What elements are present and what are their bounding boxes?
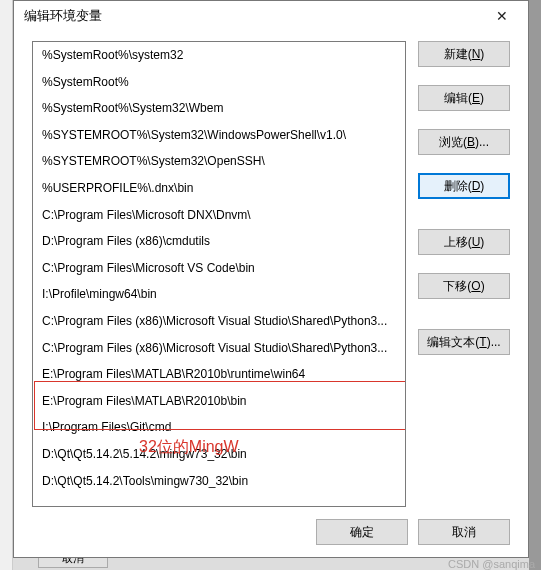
cancel-button[interactable]: 取消	[418, 519, 510, 545]
btn-key: U	[472, 235, 481, 249]
btn-label: 上移(	[444, 234, 472, 251]
list-item[interactable]: %USERPROFILE%\.dnx\bin	[33, 175, 405, 202]
ok-button[interactable]: 确定	[316, 519, 408, 545]
btn-label: 浏览(	[439, 134, 467, 151]
dialog-content: %SystemRoot%\system32 %SystemRoot% %Syst…	[14, 31, 528, 557]
btn-suffix: )	[480, 91, 484, 105]
edit-text-button[interactable]: 编辑文本(T)...	[418, 329, 510, 355]
list-item[interactable]: C:\Program Files\Microsoft VS Code\bin	[33, 255, 405, 282]
new-button[interactable]: 新建(N)	[418, 41, 510, 67]
btn-key: D	[472, 179, 481, 193]
btn-label: 新建(	[444, 46, 472, 63]
delete-button[interactable]: 删除(D)	[418, 173, 510, 199]
close-icon[interactable]: ✕	[482, 3, 522, 29]
list-item[interactable]: I:\Profile\mingw64\bin	[33, 281, 405, 308]
list-item[interactable]: E:\Program Files\MATLAB\R2010b\bin	[33, 388, 405, 415]
list-item[interactable]: %SystemRoot%\system32	[33, 42, 405, 69]
btn-label: 删除(	[444, 178, 472, 195]
background-window-fragment	[0, 0, 13, 570]
btn-key: T	[479, 335, 486, 349]
btn-key: E	[472, 91, 480, 105]
list-item[interactable]: I:\Program Files\Git\cmd	[33, 414, 405, 441]
list-item[interactable]: C:\Program Files\Microsoft DNX\Dnvm\	[33, 202, 405, 229]
bottom-button-row: 确定 取消	[32, 507, 510, 545]
btn-label: 下移(	[443, 278, 471, 295]
list-item[interactable]: E:\Program Files\MATLAB\R2010b\runtime\w…	[33, 361, 405, 388]
btn-key: B	[467, 135, 475, 149]
list-inner: %SystemRoot%\system32 %SystemRoot% %Syst…	[33, 42, 405, 494]
btn-key: N	[472, 47, 481, 61]
list-item[interactable]: C:\Program Files (x86)\Microsoft Visual …	[33, 308, 405, 335]
list-item[interactable]: %SystemRoot%	[33, 69, 405, 96]
edit-env-var-dialog: 编辑环境变量 ✕ %SystemRoot%\system32 %SystemRo…	[13, 0, 529, 558]
watermark: CSDN @sanqima	[448, 558, 535, 570]
list-item[interactable]: D:\Qt\Qt5.14.2\Tools\mingw730_32\bin	[33, 468, 405, 495]
move-up-button[interactable]: 上移(U)	[418, 229, 510, 255]
list-item[interactable]: D:\Qt\Qt5.14.2\5.14.2\mingw73_32\bin	[33, 441, 405, 468]
env-var-listbox[interactable]: %SystemRoot%\system32 %SystemRoot% %Syst…	[32, 41, 406, 507]
list-item[interactable]: %SYSTEMROOT%\System32\WindowsPowerShell\…	[33, 122, 405, 149]
btn-suffix: )	[481, 279, 485, 293]
btn-suffix: )...	[487, 335, 501, 349]
browse-button[interactable]: 浏览(B)...	[418, 129, 510, 155]
side-buttons: 新建(N) 编辑(E) 浏览(B)... 删除(D) 上移(U)	[418, 41, 510, 507]
btn-suffix: )	[480, 47, 484, 61]
list-item[interactable]: D:\Program Files (x86)\cmdutils	[33, 228, 405, 255]
btn-suffix: )	[480, 179, 484, 193]
list-item[interactable]: %SystemRoot%\System32\Wbem	[33, 95, 405, 122]
titlebar: 编辑环境变量 ✕	[14, 1, 528, 31]
edit-button[interactable]: 编辑(E)	[418, 85, 510, 111]
btn-key: O	[471, 279, 480, 293]
dialog-title: 编辑环境变量	[24, 8, 482, 25]
btn-label: 编辑(	[444, 90, 472, 107]
btn-label: 编辑文本(	[427, 334, 479, 351]
btn-suffix: )...	[475, 135, 489, 149]
main-row: %SystemRoot%\system32 %SystemRoot% %Syst…	[32, 41, 510, 507]
btn-suffix: )	[480, 235, 484, 249]
list-item[interactable]: C:\Program Files (x86)\Microsoft Visual …	[33, 335, 405, 362]
list-item[interactable]: %SYSTEMROOT%\System32\OpenSSH\	[33, 148, 405, 175]
move-down-button[interactable]: 下移(O)	[418, 273, 510, 299]
